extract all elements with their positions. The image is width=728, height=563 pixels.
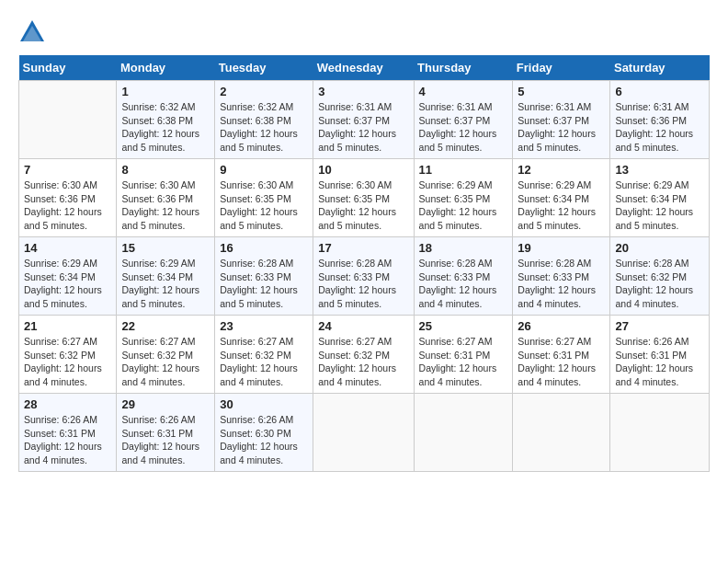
day-info: Sunrise: 6:27 AMSunset: 6:32 PMDaylight:… xyxy=(318,335,408,389)
day-number: 10 xyxy=(318,163,408,177)
day-number: 5 xyxy=(518,85,605,98)
weekday-header-wednesday: Wednesday xyxy=(313,55,414,81)
day-number: 9 xyxy=(220,163,308,177)
day-number: 7 xyxy=(24,163,111,177)
day-number: 26 xyxy=(518,319,605,333)
calendar-cell xyxy=(513,394,610,472)
calendar-cell: 29Sunrise: 6:26 AMSunset: 6:31 PMDayligh… xyxy=(117,394,215,472)
weekday-header-monday: Monday xyxy=(117,55,215,81)
day-number: 21 xyxy=(24,319,111,333)
day-info: Sunrise: 6:27 AMSunset: 6:31 PMDaylight:… xyxy=(518,335,605,389)
day-info: Sunrise: 6:27 AMSunset: 6:32 PMDaylight:… xyxy=(220,335,308,389)
weekday-header-saturday: Saturday xyxy=(610,55,710,81)
calendar-cell: 17Sunrise: 6:28 AMSunset: 6:33 PMDayligh… xyxy=(313,237,414,316)
calendar-week-3: 14Sunrise: 6:29 AMSunset: 6:34 PMDayligh… xyxy=(19,237,710,316)
calendar-week-1: 1Sunrise: 6:32 AMSunset: 6:38 PMDaylight… xyxy=(19,81,710,159)
calendar-cell: 7Sunrise: 6:30 AMSunset: 6:36 PMDaylight… xyxy=(19,159,117,237)
calendar-cell: 18Sunrise: 6:28 AMSunset: 6:33 PMDayligh… xyxy=(414,237,513,316)
calendar-cell: 19Sunrise: 6:28 AMSunset: 6:33 PMDayligh… xyxy=(513,237,610,316)
calendar-cell: 30Sunrise: 6:26 AMSunset: 6:30 PMDayligh… xyxy=(215,394,313,472)
day-info: Sunrise: 6:32 AMSunset: 6:38 PMDaylight:… xyxy=(121,100,210,155)
day-number: 4 xyxy=(419,85,508,98)
day-number: 28 xyxy=(24,397,111,411)
day-number: 25 xyxy=(419,319,508,333)
day-info: Sunrise: 6:30 AMSunset: 6:36 PMDaylight:… xyxy=(121,178,210,233)
day-info: Sunrise: 6:28 AMSunset: 6:32 PMDaylight:… xyxy=(615,257,704,311)
calendar-week-5: 28Sunrise: 6:26 AMSunset: 6:31 PMDayligh… xyxy=(19,394,710,472)
day-info: Sunrise: 6:28 AMSunset: 6:33 PMDaylight:… xyxy=(518,257,605,311)
day-number: 30 xyxy=(220,397,308,411)
logo xyxy=(18,18,50,46)
day-info: Sunrise: 6:26 AMSunset: 6:31 PMDaylight:… xyxy=(615,335,704,389)
day-info: Sunrise: 6:27 AMSunset: 6:31 PMDaylight:… xyxy=(419,335,508,389)
calendar-cell: 26Sunrise: 6:27 AMSunset: 6:31 PMDayligh… xyxy=(513,316,610,394)
calendar-header: SundayMondayTuesdayWednesdayThursdayFrid… xyxy=(19,55,710,81)
calendar-cell xyxy=(610,394,710,472)
day-info: Sunrise: 6:31 AMSunset: 6:37 PMDaylight:… xyxy=(518,100,605,155)
day-info: Sunrise: 6:31 AMSunset: 6:37 PMDaylight:… xyxy=(419,100,508,155)
day-number: 19 xyxy=(518,241,605,255)
day-number: 1 xyxy=(121,85,210,98)
calendar-cell xyxy=(19,81,117,159)
calendar-week-2: 7Sunrise: 6:30 AMSunset: 6:36 PMDaylight… xyxy=(19,159,710,237)
calendar-cell: 25Sunrise: 6:27 AMSunset: 6:31 PMDayligh… xyxy=(414,316,513,394)
calendar-cell: 8Sunrise: 6:30 AMSunset: 6:36 PMDaylight… xyxy=(117,159,215,237)
calendar-cell: 21Sunrise: 6:27 AMSunset: 6:32 PMDayligh… xyxy=(19,316,117,394)
calendar-table: SundayMondayTuesdayWednesdayThursdayFrid… xyxy=(18,55,710,472)
day-number: 13 xyxy=(615,163,704,177)
calendar-week-4: 21Sunrise: 6:27 AMSunset: 6:32 PMDayligh… xyxy=(19,316,710,394)
calendar-cell: 5Sunrise: 6:31 AMSunset: 6:37 PMDaylight… xyxy=(513,81,610,159)
day-number: 14 xyxy=(24,241,111,255)
calendar-cell: 20Sunrise: 6:28 AMSunset: 6:32 PMDayligh… xyxy=(610,237,710,316)
day-info: Sunrise: 6:28 AMSunset: 6:33 PMDaylight:… xyxy=(318,257,408,311)
calendar-cell: 13Sunrise: 6:29 AMSunset: 6:34 PMDayligh… xyxy=(610,159,710,237)
day-number: 17 xyxy=(318,241,408,255)
day-info: Sunrise: 6:29 AMSunset: 6:34 PMDaylight:… xyxy=(615,178,704,233)
page-header xyxy=(18,18,710,46)
day-info: Sunrise: 6:27 AMSunset: 6:32 PMDaylight:… xyxy=(24,335,111,389)
day-info: Sunrise: 6:30 AMSunset: 6:35 PMDaylight:… xyxy=(220,178,308,233)
calendar-cell: 11Sunrise: 6:29 AMSunset: 6:35 PMDayligh… xyxy=(414,159,513,237)
day-number: 12 xyxy=(518,163,605,177)
calendar-cell: 23Sunrise: 6:27 AMSunset: 6:32 PMDayligh… xyxy=(215,316,313,394)
day-number: 6 xyxy=(615,85,704,98)
day-number: 8 xyxy=(121,163,210,177)
day-number: 29 xyxy=(121,397,210,411)
weekday-header-tuesday: Tuesday xyxy=(215,55,313,81)
day-info: Sunrise: 6:31 AMSunset: 6:37 PMDaylight:… xyxy=(318,100,408,155)
calendar-cell: 12Sunrise: 6:29 AMSunset: 6:34 PMDayligh… xyxy=(513,159,610,237)
day-info: Sunrise: 6:26 AMSunset: 6:30 PMDaylight:… xyxy=(220,413,308,467)
day-info: Sunrise: 6:29 AMSunset: 6:35 PMDaylight:… xyxy=(419,178,508,233)
calendar-cell: 10Sunrise: 6:30 AMSunset: 6:35 PMDayligh… xyxy=(313,159,414,237)
calendar-cell: 28Sunrise: 6:26 AMSunset: 6:31 PMDayligh… xyxy=(19,394,117,472)
calendar-cell: 16Sunrise: 6:28 AMSunset: 6:33 PMDayligh… xyxy=(215,237,313,316)
day-number: 11 xyxy=(419,163,508,177)
day-info: Sunrise: 6:31 AMSunset: 6:36 PMDaylight:… xyxy=(615,100,704,155)
calendar-cell: 22Sunrise: 6:27 AMSunset: 6:32 PMDayligh… xyxy=(117,316,215,394)
day-number: 18 xyxy=(419,241,508,255)
calendar-cell: 9Sunrise: 6:30 AMSunset: 6:35 PMDaylight… xyxy=(215,159,313,237)
day-info: Sunrise: 6:26 AMSunset: 6:31 PMDaylight:… xyxy=(24,413,111,467)
calendar-cell xyxy=(313,394,414,472)
day-info: Sunrise: 6:29 AMSunset: 6:34 PMDaylight:… xyxy=(518,178,605,233)
day-info: Sunrise: 6:29 AMSunset: 6:34 PMDaylight:… xyxy=(121,257,210,311)
day-info: Sunrise: 6:28 AMSunset: 6:33 PMDaylight:… xyxy=(220,257,308,311)
calendar-cell: 1Sunrise: 6:32 AMSunset: 6:38 PMDaylight… xyxy=(117,81,215,159)
day-info: Sunrise: 6:27 AMSunset: 6:32 PMDaylight:… xyxy=(121,335,210,389)
calendar-cell: 2Sunrise: 6:32 AMSunset: 6:38 PMDaylight… xyxy=(215,81,313,159)
day-info: Sunrise: 6:30 AMSunset: 6:36 PMDaylight:… xyxy=(24,178,111,233)
weekday-header-thursday: Thursday xyxy=(414,55,513,81)
weekday-header-friday: Friday xyxy=(513,55,610,81)
weekday-header-row: SundayMondayTuesdayWednesdayThursdayFrid… xyxy=(19,55,710,81)
day-number: 23 xyxy=(220,319,308,333)
calendar-body: 1Sunrise: 6:32 AMSunset: 6:38 PMDaylight… xyxy=(19,81,710,472)
day-number: 3 xyxy=(318,85,408,98)
calendar-cell xyxy=(414,394,513,472)
day-number: 2 xyxy=(220,85,308,98)
day-number: 15 xyxy=(121,241,210,255)
calendar-cell: 3Sunrise: 6:31 AMSunset: 6:37 PMDaylight… xyxy=(313,81,414,159)
calendar-cell: 27Sunrise: 6:26 AMSunset: 6:31 PMDayligh… xyxy=(610,316,710,394)
calendar-cell: 24Sunrise: 6:27 AMSunset: 6:32 PMDayligh… xyxy=(313,316,414,394)
day-info: Sunrise: 6:28 AMSunset: 6:33 PMDaylight:… xyxy=(419,257,508,311)
day-info: Sunrise: 6:30 AMSunset: 6:35 PMDaylight:… xyxy=(318,178,408,233)
